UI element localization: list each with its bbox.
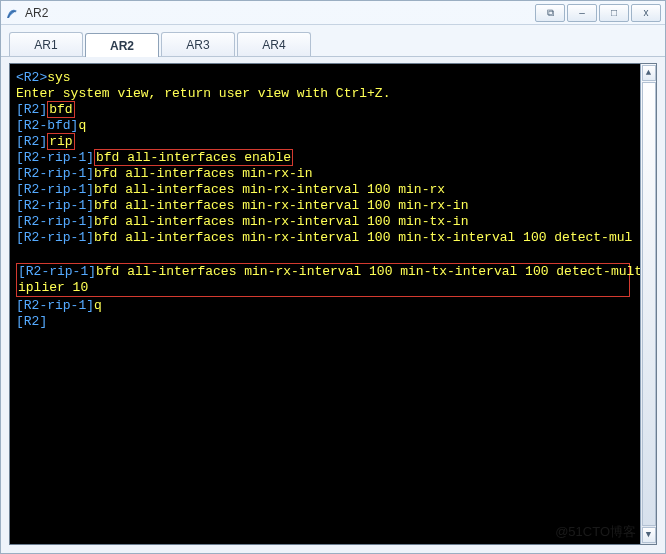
prompt: [R2-rip-1] (16, 182, 94, 197)
prompt: <R2> (16, 70, 47, 85)
tab-label: AR1 (34, 38, 57, 52)
tab-ar2[interactable]: AR2 (85, 33, 159, 57)
cmd-text: bfd all-interfaces min-rx-interval 100 m… (94, 230, 632, 245)
tab-ar1[interactable]: AR1 (9, 32, 83, 56)
watermark-text: @51CTO博客 (555, 524, 636, 540)
scrollbar-track[interactable] (642, 82, 656, 526)
cmd-text: rip (49, 134, 72, 149)
tab-ar4[interactable]: AR4 (237, 32, 311, 56)
window-title: AR2 (25, 6, 533, 20)
cmd-text: bfd all-interfaces min-rx-interval 100 m… (94, 182, 445, 197)
maximize-button[interactable]: □ (599, 4, 629, 22)
prompt: [R2-rip-1] (16, 214, 94, 229)
app-icon (5, 6, 19, 20)
prompt: [R2-bfd] (16, 118, 78, 133)
cmd-text: sys (47, 70, 70, 85)
cmd-text: bfd all-interfaces min-rx-in (94, 166, 312, 181)
highlight-box: bfd all-interfaces enable (94, 149, 293, 166)
cmd-text: bfd all-interfaces min-rx-interval 100 m… (96, 264, 642, 279)
highlight-box-block: [R2-rip-1]bfd all-interfaces min-rx-inte… (16, 263, 630, 297)
cmd-text: bfd (49, 102, 72, 117)
prompt: [R2] (16, 102, 47, 117)
prompt: [R2-rip-1] (16, 298, 94, 313)
prompt: [R2] (16, 134, 47, 149)
tab-bar: AR1 AR2 AR3 AR4 (1, 25, 665, 57)
minimize-button[interactable]: – (567, 4, 597, 22)
tab-label: AR4 (262, 38, 285, 52)
title-bar: AR2 ⧉ – □ x (1, 1, 665, 25)
cmd-text: iplier 10 (18, 280, 88, 295)
close-button[interactable]: x (631, 4, 661, 22)
highlight-box: bfd (47, 101, 74, 118)
highlight-box: rip (47, 133, 74, 150)
cmd-text: bfd all-interfaces enable (96, 150, 291, 165)
prompt: [R2] (16, 314, 47, 329)
prompt: [R2-rip-1] (18, 264, 96, 279)
terminal-wrapper: <R2>sys Enter system view, return user v… (1, 57, 665, 553)
scroll-down-icon[interactable]: ▼ (642, 527, 656, 543)
window-buttons: ⧉ – □ x (533, 4, 661, 22)
vertical-scrollbar[interactable]: ▲ ▼ (640, 64, 656, 544)
prompt: [R2-rip-1] (16, 150, 94, 165)
tab-label: AR2 (110, 39, 134, 53)
prompt: [R2-rip-1] (16, 230, 94, 245)
app-window: AR2 ⧉ – □ x AR1 AR2 AR3 AR4 <R2>sys Ente… (0, 0, 666, 554)
terminal[interactable]: <R2>sys Enter system view, return user v… (9, 63, 657, 545)
output-text: Enter system view, return user view with… (16, 86, 390, 101)
tab-label: AR3 (186, 38, 209, 52)
popout-button[interactable]: ⧉ (535, 4, 565, 22)
cmd-text: q (94, 298, 102, 313)
scroll-up-icon[interactable]: ▲ (642, 65, 656, 81)
prompt: [R2-rip-1] (16, 166, 94, 181)
cmd-text: bfd all-interfaces min-rx-interval 100 m… (94, 214, 468, 229)
prompt: [R2-rip-1] (16, 198, 94, 213)
tab-ar3[interactable]: AR3 (161, 32, 235, 56)
scrollbar-thumb[interactable] (642, 82, 656, 526)
cmd-text: bfd all-interfaces min-rx-interval 100 m… (94, 198, 468, 213)
cmd-text: q (78, 118, 86, 133)
